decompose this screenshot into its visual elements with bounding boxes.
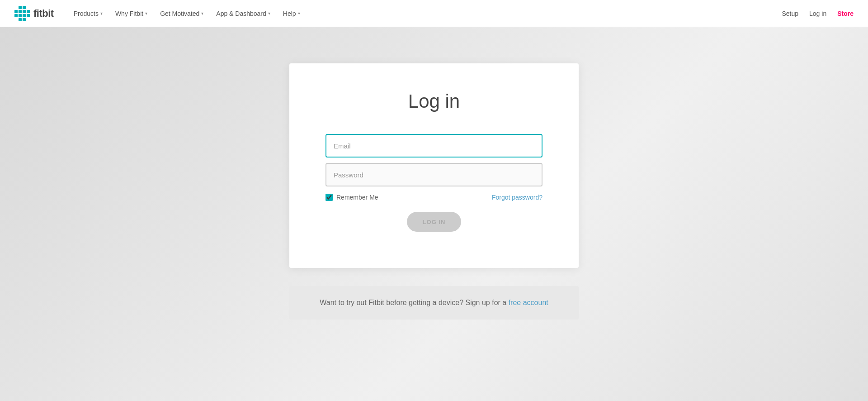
store-link[interactable]: Store <box>837 10 854 17</box>
page-background: Log in Remember Me Forgot password? LOG … <box>0 27 868 401</box>
remember-me-checkbox[interactable] <box>326 194 333 201</box>
remember-me-label[interactable]: Remember Me <box>326 194 378 201</box>
chevron-down-icon: ▾ <box>268 11 270 16</box>
nav-link-app-dashboard[interactable]: App & Dashboard ▾ <box>211 0 276 27</box>
chevron-down-icon: ▾ <box>145 11 147 16</box>
free-account-banner: Want to try out Fitbit before getting a … <box>289 286 579 320</box>
nav-link-why-fitbit[interactable]: Why Fitbit ▾ <box>110 0 153 27</box>
free-account-text: Want to try out Fitbit before getting a … <box>307 299 561 307</box>
password-input[interactable] <box>326 163 542 186</box>
email-input[interactable] <box>326 134 542 158</box>
setup-link[interactable]: Setup <box>782 10 798 17</box>
chevron-down-icon: ▾ <box>298 11 300 16</box>
chevron-down-icon: ▾ <box>201 11 203 16</box>
login-link[interactable]: Log in <box>809 10 826 17</box>
navbar: fitbit Products ▾ Why Fitbit ▾ Get Motiv… <box>0 0 868 27</box>
login-card: Log in Remember Me Forgot password? LOG … <box>289 63 579 268</box>
login-button[interactable]: LOG IN <box>407 212 461 232</box>
email-field-group <box>326 134 542 158</box>
chevron-down-icon: ▾ <box>100 11 103 16</box>
nav-link-products[interactable]: Products ▾ <box>68 0 108 27</box>
nav-links: Products ▾ Why Fitbit ▾ Get Motivated ▾ … <box>68 0 782 27</box>
free-account-link[interactable]: free account <box>509 299 548 306</box>
login-title: Log in <box>326 91 542 112</box>
logo[interactable]: fitbit <box>14 6 54 21</box>
logo-text: fitbit <box>33 8 54 19</box>
nav-link-get-motivated[interactable]: Get Motivated ▾ <box>155 0 209 27</box>
nav-link-help[interactable]: Help ▾ <box>278 0 306 27</box>
nav-right: Setup Log in Store <box>782 10 854 17</box>
forgot-password-link[interactable]: Forgot password? <box>492 194 542 201</box>
password-field-group <box>326 163 542 186</box>
logo-grid-icon <box>14 6 30 21</box>
form-options: Remember Me Forgot password? <box>326 194 542 201</box>
